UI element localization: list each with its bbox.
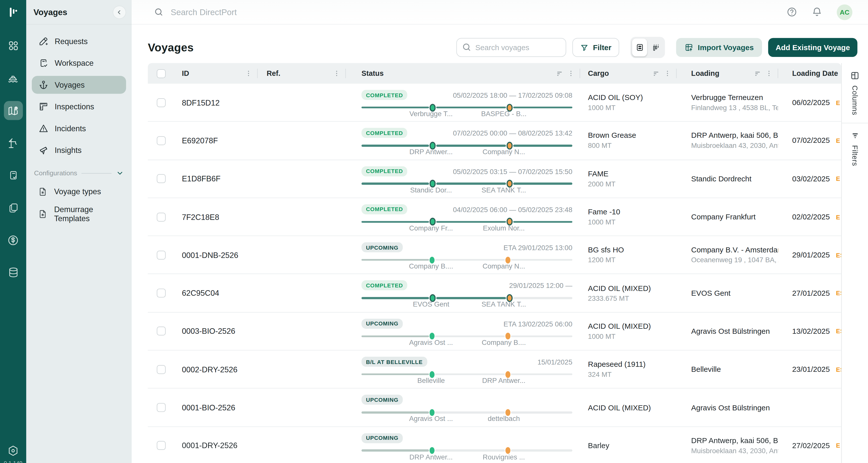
- status-badge: UPCOMING: [362, 319, 403, 329]
- row-checkbox[interactable]: [157, 403, 166, 412]
- voyage-id: 0001-DNB-2526: [173, 251, 258, 259]
- rail-crane-icon[interactable]: [3, 134, 22, 152]
- table-row[interactable]: 0001-DNB-2526 UPCOMING ETA 29/01/2025 13…: [148, 236, 841, 274]
- global-search-input[interactable]: [170, 7, 404, 18]
- sidebar-item-voyages[interactable]: Voyages: [32, 76, 126, 94]
- loading-date-cell: 27/01/2025 ES: [778, 289, 841, 297]
- column-header-id[interactable]: ID: [173, 63, 258, 84]
- sidebar-item-inspections[interactable]: Inspections: [32, 98, 126, 116]
- sidebar-item-incidents[interactable]: Incidents: [32, 119, 126, 137]
- rail-ship-icon[interactable]: [3, 69, 22, 88]
- status-badge: UPCOMING: [362, 433, 403, 443]
- destination-stop-label: Company B....: [482, 339, 526, 347]
- page-title: Voyages: [148, 41, 194, 54]
- cargo-cell: ACID OIL (MIXED): [580, 389, 677, 426]
- import-voyages-button[interactable]: Import Voyages: [676, 38, 762, 57]
- rail-database-icon[interactable]: [3, 263, 22, 282]
- rail-map-icon[interactable]: [3, 101, 22, 120]
- row-checkbox[interactable]: [157, 327, 166, 336]
- row-checkbox[interactable]: [157, 136, 166, 145]
- destination-stop-label: Rouvignies ...: [483, 453, 525, 461]
- file-check-icon: [38, 58, 49, 68]
- row-checkbox[interactable]: [157, 441, 166, 450]
- destination-stop-label: SEA TANK T...: [482, 186, 526, 194]
- cargo-cell: Rapeseed (1911) 324 MT: [580, 351, 677, 388]
- filters-tab[interactable]: Filters: [850, 124, 859, 174]
- loading-date: 03/02/2025: [792, 175, 830, 183]
- sidebar-item-requests[interactable]: Requests: [32, 32, 126, 50]
- rail-tasks-icon[interactable]: [3, 166, 22, 185]
- status-dates: 05/02/2025 03:15 — 07/02/2025 15:50: [453, 168, 572, 176]
- columns-tab-label: Columns: [850, 85, 859, 115]
- table-row[interactable]: 62C95C04 COMPLETED 29/01/2025 12:00 — EV…: [148, 274, 841, 312]
- rail-documents-icon[interactable]: [3, 198, 22, 217]
- global-search[interactable]: [154, 7, 787, 18]
- table-row[interactable]: 0001-BIO-2526 UPCOMING Agravis Ost ... d…: [148, 389, 841, 427]
- kanban-view-toggle[interactable]: [648, 38, 663, 56]
- sidebar-item-label: Inspections: [55, 102, 94, 111]
- voyage-status-cell: UPCOMING ETA 13/02/2025 06:00 Agravis Os…: [346, 312, 580, 350]
- table-row[interactable]: E692078F COMPLETED 07/02/2025 00:00 — 08…: [148, 122, 841, 160]
- kebab-menu-icon[interactable]: [567, 70, 575, 77]
- configurations-section[interactable]: Configurations: [34, 169, 124, 177]
- filter-lines-icon[interactable]: [652, 69, 660, 77]
- column-header-cargo[interactable]: Cargo: [580, 63, 677, 84]
- voyage-status-cell: COMPLETED 05/02/2025 18:00 — 17/02/2025 …: [346, 84, 580, 121]
- rail-finance-icon[interactable]: [3, 231, 22, 250]
- table-row[interactable]: 0003-BIO-2526 UPCOMING ETA 13/02/2025 06…: [148, 312, 841, 350]
- cargo-name: ACID OIL (MIXED): [588, 322, 677, 330]
- table-row[interactable]: 0001-DRY-2526 UPCOMING DRP Antwer... Rou…: [148, 427, 841, 463]
- column-header-ref[interactable]: Ref.: [258, 63, 346, 84]
- list-view-toggle[interactable]: [632, 38, 647, 56]
- filter-button[interactable]: Filter: [572, 38, 619, 57]
- rail-settings-icon[interactable]: [3, 441, 22, 460]
- sidebar-item-insights[interactable]: Insights: [32, 141, 126, 159]
- help-icon[interactable]: [786, 7, 797, 18]
- voyage-id: 7F2C18E8: [173, 212, 258, 221]
- table-row[interactable]: 0002-DRY-2526 B/L AT BELLEVILLE 15/01/20…: [148, 351, 841, 389]
- kebab-menu-icon[interactable]: [245, 70, 252, 77]
- loading-cell: Verbrugge Terneuzen Finlandweg 13 , 4538…: [677, 84, 778, 121]
- kebab-menu-icon[interactable]: [333, 70, 340, 77]
- row-checkbox[interactable]: [157, 212, 166, 221]
- file-settings-icon: [38, 209, 48, 219]
- user-avatar[interactable]: AC: [837, 4, 852, 20]
- estimated-badge: ES: [836, 366, 841, 373]
- columns-tab[interactable]: Columns: [850, 63, 860, 123]
- voyage-id: E1D8FB6F: [173, 174, 258, 183]
- table-row[interactable]: 7F2C18E8 COMPLETED 04/02/2025 06:00 — 05…: [148, 198, 841, 236]
- voyages-search[interactable]: [456, 38, 566, 57]
- table-row[interactable]: 8DF15D12 COMPLETED 05/02/2025 18:00 — 17…: [148, 84, 841, 122]
- cargo-cell: ACID OIL (MIXED) 1000 MT: [580, 312, 677, 350]
- filter-lines-icon[interactable]: [556, 69, 563, 77]
- add-existing-voyage-button[interactable]: Add Existing Voyage: [768, 38, 858, 57]
- origin-stop-label: Agravis Ost ...: [409, 339, 453, 347]
- column-header-loading-date[interactable]: Loading Date: [778, 63, 841, 84]
- notifications-bell-icon[interactable]: [812, 7, 822, 18]
- configurations-label: Configurations: [34, 169, 77, 177]
- column-header-loading[interactable]: Loading: [677, 63, 778, 84]
- status-dates: ETA 13/02/2025 06:00: [503, 320, 572, 328]
- icon-rail: 0.1.149: [0, 0, 26, 463]
- column-header-status[interactable]: Status: [346, 63, 580, 84]
- kebab-menu-icon[interactable]: [765, 70, 773, 77]
- row-checkbox[interactable]: [157, 174, 166, 183]
- estimated-badge: ES: [836, 328, 841, 335]
- voyages-search-input[interactable]: [456, 38, 566, 57]
- filter-lines-icon[interactable]: [754, 69, 762, 77]
- row-checkbox[interactable]: [157, 251, 166, 259]
- sidebar-item-workspace[interactable]: Workspace: [32, 54, 126, 72]
- loading-address: Muisbroeklaan 43, 2030, Antwer: [691, 447, 778, 455]
- table-row[interactable]: E1D8FB6F COMPLETED 05/02/2025 03:15 — 07…: [148, 160, 841, 198]
- rail-apps-icon[interactable]: [3, 36, 22, 55]
- select-all-checkbox[interactable]: [157, 69, 166, 78]
- row-checkbox[interactable]: [157, 365, 166, 374]
- sidebar-item-demurrage-templates[interactable]: Demurrage Templates: [26, 205, 132, 223]
- sidebar-item-voyage-types[interactable]: Voyage types: [26, 183, 132, 201]
- row-checkbox[interactable]: [157, 289, 166, 297]
- kebab-menu-icon[interactable]: [664, 70, 671, 77]
- sidebar-collapse-button[interactable]: [113, 5, 126, 19]
- row-checkbox[interactable]: [157, 98, 166, 107]
- cargo-cell: BG sfs HO 1200 MT: [580, 236, 677, 274]
- status-badge: UPCOMING: [362, 395, 403, 405]
